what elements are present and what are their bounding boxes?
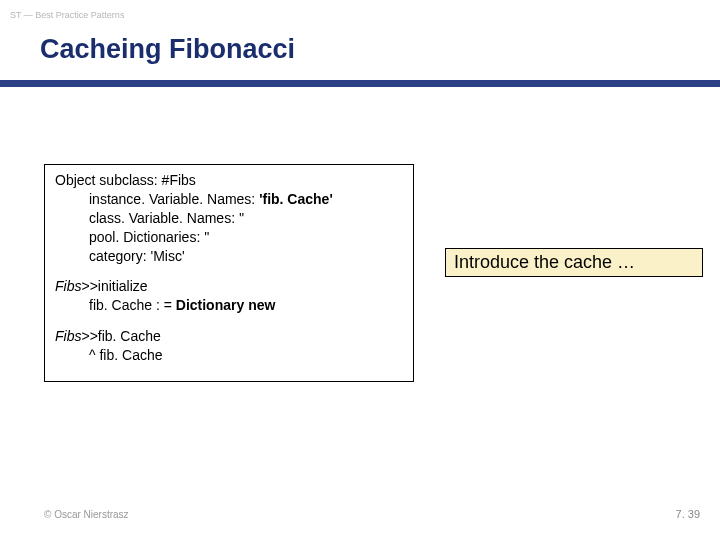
code-text: pool. Dictionaries:: [89, 229, 204, 245]
code-line: Fibs>>initialize: [55, 278, 148, 294]
code-text: '': [239, 210, 244, 226]
code-text: 'Misc': [150, 248, 184, 264]
code-bold: Dictionary new: [176, 297, 276, 313]
code-line: ^ fib. Cache: [55, 346, 403, 365]
code-line: instance. Variable. Names: 'fib. Cache': [55, 190, 403, 209]
code-line: Fibs>>fib. Cache: [55, 328, 161, 344]
code-text: category:: [89, 248, 150, 264]
code-text: class. Variable. Names:: [89, 210, 239, 226]
page-title: Cacheing Fibonacci: [40, 34, 295, 65]
code-line: category: 'Misc': [55, 247, 403, 266]
code-text: >>initialize: [81, 278, 147, 294]
code-line: fib. Cache : = Dictionary new: [55, 296, 403, 315]
code-block-1: Object subclass: #Fibs instance. Variabl…: [55, 171, 403, 265]
code-block-3: Fibs>>fib. Cache ^ fib. Cache: [55, 327, 403, 365]
code-line: Object subclass: #Fibs: [55, 172, 196, 188]
code-text: instance. Variable. Names:: [89, 191, 259, 207]
code-block-2: Fibs>>initialize fib. Cache : = Dictiona…: [55, 277, 403, 315]
code-line: pool. Dictionaries: '': [55, 228, 403, 247]
code-text: '': [204, 229, 209, 245]
title-rule: [0, 80, 720, 87]
callout-box: Introduce the cache …: [445, 248, 703, 277]
code-bold: 'fib. Cache': [259, 191, 333, 207]
callout-text: Introduce the cache …: [454, 252, 635, 272]
code-line: class. Variable. Names: '': [55, 209, 403, 228]
footer-page-number: 7. 39: [676, 508, 700, 520]
code-italic: Fibs: [55, 328, 81, 344]
code-italic: Fibs: [55, 278, 81, 294]
code-block: Object subclass: #Fibs instance. Variabl…: [44, 164, 414, 382]
code-text: >>fib. Cache: [81, 328, 160, 344]
kicker-text: ST — Best Practice Patterns: [10, 10, 124, 20]
code-text: fib. Cache : =: [89, 297, 176, 313]
footer-copyright: © Oscar Nierstrasz: [44, 509, 129, 520]
